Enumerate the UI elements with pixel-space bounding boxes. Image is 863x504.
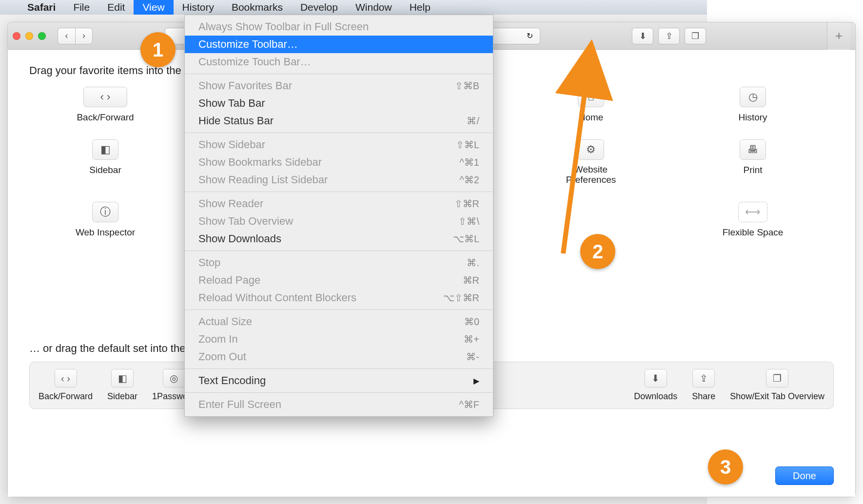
toolbar-item-home[interactable]: ⌂Home: [515, 87, 667, 123]
default-item-share[interactable]: ⇪Share: [692, 369, 715, 402]
new-tab-button[interactable]: +: [827, 22, 850, 50]
menu-item: Show Favorites Bar⇧⌘B: [185, 77, 493, 95]
menu-item: Zoom In⌘+: [185, 330, 493, 348]
menu-item-label: Zoom In: [198, 333, 238, 346]
menu-item[interactable]: Text Encoding▶: [185, 372, 493, 389]
menu-item: Always Show Toolbar in Full Screen: [185, 18, 493, 36]
default-item-label: Show/Exit Tab Overview: [730, 391, 824, 402]
share-button[interactable]: ⇪: [658, 28, 680, 44]
minimize-window-button[interactable]: [25, 32, 33, 40]
default-item-sidebar[interactable]: ◧Sidebar: [107, 369, 137, 402]
toolbar-item-label: Flexible Space: [723, 227, 784, 238]
menu-item[interactable]: Show Tab Bar: [185, 95, 493, 112]
menu-item: Enter Full Screen^⌘F: [185, 396, 493, 413]
toolbar-item-label: WebsitePreferences: [566, 165, 616, 185]
toolbar-item-web-inspector[interactable]: ⓘWeb Inspector: [29, 202, 181, 238]
menu-item-label: Show Favorites Bar: [198, 79, 292, 92]
toolbar-item-website-preferences[interactable]: ⚙WebsitePreferences: [515, 139, 667, 185]
menu-separator: [185, 192, 493, 192]
menubar-develop[interactable]: Develop: [292, 0, 347, 15]
traffic-lights: [13, 32, 46, 40]
menu-item[interactable]: Hide Status Bar⌘/: [185, 112, 493, 130]
toolbar-item-sidebar[interactable]: ◧Sidebar: [29, 139, 181, 185]
back-forward-icon: ‹ ›: [83, 87, 127, 107]
menu-item-label: Show Reader: [198, 197, 263, 210]
annotation-badge-3: 3: [708, 449, 743, 485]
back-button[interactable]: ‹: [58, 28, 75, 44]
menu-item-label: Enter Full Screen: [198, 398, 281, 411]
default-item-label: Back/Forward: [39, 391, 93, 402]
menu-item-label: Text Encoding: [198, 374, 266, 387]
reload-icon[interactable]: ↻: [527, 31, 533, 40]
default-item-downloads[interactable]: ⬇Downloads: [634, 369, 677, 402]
menu-item-shortcut: ⌘-: [466, 351, 479, 363]
downloads-button[interactable]: ⬇: [632, 28, 653, 44]
menu-item-shortcut: ⇧⌘L: [456, 139, 479, 151]
downloads-icon: ⬇: [645, 369, 667, 388]
menu-item-label: Customize Toolbar…: [198, 38, 298, 51]
menubar-history[interactable]: History: [174, 0, 223, 15]
menu-item: Show Reader⇧⌘R: [185, 195, 493, 213]
menubar-help[interactable]: Help: [401, 0, 439, 15]
back-forward-segment: ‹ ›: [58, 28, 93, 44]
toolbar-item-flexible-space[interactable]: ⟷Flexible Space: [677, 202, 829, 238]
toolbar-item-label: Home: [579, 112, 604, 123]
menu-item[interactable]: Show Downloads⌥⌘L: [185, 230, 493, 248]
tab-overview-button[interactable]: ❐: [685, 28, 706, 44]
menubar-file[interactable]: File: [64, 0, 98, 15]
tab-overview-icon: ❐: [691, 31, 699, 41]
website-preferences-icon: ⚙: [578, 139, 604, 160]
share-icon: ⇪: [666, 31, 673, 41]
toolbar-item-back-forward[interactable]: ‹ ›Back/Forward: [29, 87, 181, 123]
menu-item-shortcut: ⌘+: [464, 333, 479, 345]
menu-item-label: Show Downloads: [198, 233, 281, 245]
menu-item-label: Show Tab Overview: [198, 215, 293, 228]
default-item-label: Sidebar: [107, 391, 137, 402]
menu-item-label: Hide Status Bar: [198, 115, 274, 127]
menu-item-label: Reload Without Content Blockers: [198, 291, 356, 304]
back-forward-icon: ‹ ›: [55, 369, 77, 388]
menu-item-shortcut: ⌥⌘L: [453, 233, 479, 245]
menu-item-shortcut: ⌘0: [464, 316, 479, 328]
home-icon: ⌂: [578, 87, 604, 107]
menu-item-label: Reload Page: [198, 274, 260, 287]
done-button[interactable]: Done: [775, 466, 834, 485]
menu-item: Customize Touch Bar…: [185, 53, 493, 71]
menubar-bookmarks[interactable]: Bookmarks: [223, 0, 292, 15]
menu-item: Reload Page⌘R: [185, 271, 493, 289]
sidebar-icon: ◧: [111, 369, 134, 388]
default-item-label: Share: [692, 391, 715, 402]
menu-item-label: Show Sidebar: [198, 138, 265, 151]
menubar-window[interactable]: Window: [347, 0, 401, 15]
default-item-label: Downloads: [634, 391, 677, 402]
menu-separator: [185, 368, 493, 369]
submenu-arrow-icon: ▶: [473, 376, 479, 386]
menu-item: Reload Without Content Blockers⌥⇧⌘R: [185, 289, 493, 307]
print-icon: 🖶: [740, 139, 766, 160]
download-icon: ⬇: [639, 31, 647, 41]
toolbar-item-print[interactable]: 🖶Print: [677, 139, 829, 185]
annotation-badge-2: 2: [580, 234, 615, 269]
menu-separator: [185, 74, 493, 74]
sidebar-icon: ◧: [92, 139, 118, 160]
menu-item[interactable]: Customize Toolbar…: [185, 36, 493, 53]
view-menu-dropdown: Always Show Toolbar in Full ScreenCustom…: [184, 15, 493, 417]
default-item-back-forward[interactable]: ‹ ›Back/Forward: [39, 369, 93, 402]
menu-item: Stop⌘.: [185, 254, 493, 271]
web-inspector-icon: ⓘ: [92, 202, 118, 222]
menu-item-label: Always Show Toolbar in Full Screen: [198, 20, 369, 33]
menu-item-shortcut: ⌘.: [467, 257, 479, 269]
menu-separator: [185, 133, 493, 133]
menubar-view[interactable]: View: [134, 0, 173, 15]
menu-item-label: Show Tab Bar: [198, 97, 265, 110]
zoom-window-button[interactable]: [38, 32, 46, 40]
close-window-button[interactable]: [13, 32, 20, 40]
menubar-edit[interactable]: Edit: [98, 0, 134, 15]
toolbar-item-label: History: [738, 112, 767, 123]
menubar-app[interactable]: Safari: [19, 0, 64, 15]
menu-item-label: Zoom Out: [198, 350, 246, 363]
menu-item-shortcut: ⌘/: [467, 115, 479, 127]
toolbar-item-history[interactable]: ◷History: [677, 87, 829, 123]
forward-button[interactable]: ›: [75, 28, 93, 44]
default-item-tab-overview[interactable]: ❐Show/Exit Tab Overview: [730, 369, 824, 402]
